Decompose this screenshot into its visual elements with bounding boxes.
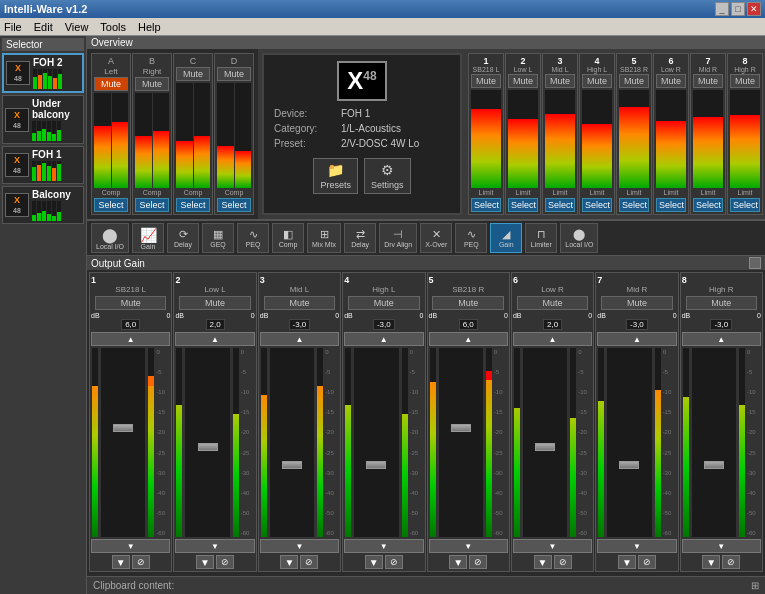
strip2-down[interactable]: ▼ bbox=[175, 539, 254, 553]
overview-ch5-mute[interactable]: Mute bbox=[619, 74, 649, 88]
strip3-up[interactable]: ▲ bbox=[260, 332, 339, 346]
func-peq2[interactable]: ∿ PEQ bbox=[455, 223, 487, 253]
overview-ch8-select[interactable]: Select bbox=[730, 198, 760, 212]
overview-ch2-mute[interactable]: Mute bbox=[508, 74, 538, 88]
strip1-up[interactable]: ▲ bbox=[91, 332, 170, 346]
settings-button[interactable]: ⚙ Settings bbox=[364, 158, 411, 194]
strip4-up[interactable]: ▲ bbox=[344, 332, 423, 346]
overview-ch4-select[interactable]: Select bbox=[582, 198, 612, 212]
presets-button[interactable]: 📁 Presets bbox=[313, 158, 358, 194]
strip3-null[interactable]: ⊘ bbox=[300, 555, 318, 569]
strip7-reset[interactable]: ▼ bbox=[618, 555, 636, 569]
strip7-fader[interactable] bbox=[619, 461, 639, 469]
selector-item-balcony[interactable]: X48 Balcony bbox=[2, 186, 84, 224]
overview-ch7-select[interactable]: Select bbox=[693, 198, 723, 212]
maximize-button[interactable]: □ bbox=[731, 2, 745, 16]
strip8-reset[interactable]: ▼ bbox=[702, 555, 720, 569]
menu-view[interactable]: View bbox=[65, 21, 89, 33]
strip5-mute[interactable]: Mute bbox=[432, 296, 503, 310]
func-local-io-2[interactable]: ⬤ Local I/O bbox=[560, 223, 598, 253]
strip6-fader[interactable] bbox=[535, 443, 555, 451]
strip7-up[interactable]: ▲ bbox=[597, 332, 676, 346]
strip1-reset[interactable]: ▼ bbox=[112, 555, 130, 569]
ch-c-select[interactable]: Select bbox=[176, 198, 210, 212]
strip4-reset[interactable]: ▼ bbox=[365, 555, 383, 569]
ch-a-mute[interactable]: Mute bbox=[94, 77, 128, 91]
menu-tools[interactable]: Tools bbox=[100, 21, 126, 33]
strip4-down[interactable]: ▼ bbox=[344, 539, 423, 553]
strip4-fader[interactable] bbox=[366, 461, 386, 469]
overview-ch3-mute[interactable]: Mute bbox=[545, 74, 575, 88]
menu-help[interactable]: Help bbox=[138, 21, 161, 33]
strip1-null[interactable]: ⊘ bbox=[132, 555, 150, 569]
strip1-down[interactable]: ▼ bbox=[91, 539, 170, 553]
overview-ch4-mute[interactable]: Mute bbox=[582, 74, 612, 88]
overview-ch8-mute[interactable]: Mute bbox=[730, 74, 760, 88]
strip2-fader[interactable] bbox=[198, 443, 218, 451]
strip6-down[interactable]: ▼ bbox=[513, 539, 592, 553]
func-xover[interactable]: ✕ X-Over bbox=[420, 223, 452, 253]
strip7-down[interactable]: ▼ bbox=[597, 539, 676, 553]
overview-ch3-select[interactable]: Select bbox=[545, 198, 575, 212]
strip7-null[interactable]: ⊘ bbox=[638, 555, 656, 569]
strip4-null[interactable]: ⊘ bbox=[385, 555, 403, 569]
strip2-mute[interactable]: Mute bbox=[179, 296, 250, 310]
strip5-null[interactable]: ⊘ bbox=[469, 555, 487, 569]
func-gain[interactable]: 📈 Gain bbox=[132, 223, 164, 253]
menu-file[interactable]: File bbox=[4, 21, 22, 33]
strip5-up[interactable]: ▲ bbox=[429, 332, 508, 346]
strip6-reset[interactable]: ▼ bbox=[534, 555, 552, 569]
func-peq1[interactable]: ∿ PEQ bbox=[237, 223, 269, 253]
strip8-fader[interactable] bbox=[704, 461, 724, 469]
overview-ch1-mute[interactable]: Mute bbox=[471, 74, 501, 88]
overview-ch1-select[interactable]: Select bbox=[471, 198, 501, 212]
strip2-reset[interactable]: ▼ bbox=[196, 555, 214, 569]
strip4-mute[interactable]: Mute bbox=[348, 296, 419, 310]
overview-ch7-mute[interactable]: Mute bbox=[693, 74, 723, 88]
strip6-null[interactable]: ⊘ bbox=[554, 555, 572, 569]
strip6-mute[interactable]: Mute bbox=[517, 296, 588, 310]
overview-ch6-mute[interactable]: Mute bbox=[656, 74, 686, 88]
selector-item-foh1[interactable]: X48 FOH 1 bbox=[2, 146, 84, 184]
strip5-fader[interactable] bbox=[451, 424, 471, 432]
strip8-down[interactable]: ▼ bbox=[682, 539, 761, 553]
strip2-up[interactable]: ▲ bbox=[175, 332, 254, 346]
minimize-button[interactable]: _ bbox=[715, 2, 729, 16]
ch-b-mute[interactable]: Mute bbox=[135, 77, 169, 91]
func-limiter[interactable]: ⊓ Limiter bbox=[525, 223, 557, 253]
ch-a-select[interactable]: Select bbox=[94, 198, 128, 212]
selector-item-under-balcony[interactable]: X48 Under balcony bbox=[2, 95, 84, 144]
func-delay[interactable]: ⟳ Delay bbox=[167, 223, 199, 253]
overview-ch6-select[interactable]: Select bbox=[656, 198, 686, 212]
func-local-io-1[interactable]: ⬤ Local I/O bbox=[91, 223, 129, 253]
strip3-down[interactable]: ▼ bbox=[260, 539, 339, 553]
strip8-null[interactable]: ⊘ bbox=[722, 555, 740, 569]
ch-b-select[interactable]: Select bbox=[135, 198, 169, 212]
strip3-fader[interactable] bbox=[282, 461, 302, 469]
strip5-down[interactable]: ▼ bbox=[429, 539, 508, 553]
func-geq[interactable]: ▦ GEQ bbox=[202, 223, 234, 253]
ch-d-select[interactable]: Select bbox=[217, 198, 251, 212]
func-delay2[interactable]: ⇄ Delay bbox=[344, 223, 376, 253]
strip5-reset[interactable]: ▼ bbox=[449, 555, 467, 569]
overview-ch2-select[interactable]: Select bbox=[508, 198, 538, 212]
strip3-mute[interactable]: Mute bbox=[264, 296, 335, 310]
strip1-mute[interactable]: Mute bbox=[95, 296, 166, 310]
panel-corner-btn[interactable] bbox=[749, 257, 761, 269]
strip8-up[interactable]: ▲ bbox=[682, 332, 761, 346]
ch-c-mute[interactable]: Mute bbox=[176, 67, 210, 81]
func-mix-mtx[interactable]: ⊞ Mix Mtx bbox=[307, 223, 341, 253]
ch-d-mute[interactable]: Mute bbox=[217, 67, 251, 81]
close-button[interactable]: ✕ bbox=[747, 2, 761, 16]
selector-item-foh2[interactable]: X48 FOH 2 bbox=[2, 53, 84, 93]
strip2-null[interactable]: ⊘ bbox=[216, 555, 234, 569]
func-gain2[interactable]: ◢ Gain bbox=[490, 223, 522, 253]
strip1-fader[interactable] bbox=[113, 424, 133, 432]
menu-edit[interactable]: Edit bbox=[34, 21, 53, 33]
func-comp[interactable]: ◧ Comp bbox=[272, 223, 304, 253]
strip6-up[interactable]: ▲ bbox=[513, 332, 592, 346]
strip7-mute[interactable]: Mute bbox=[601, 296, 672, 310]
strip3-reset[interactable]: ▼ bbox=[280, 555, 298, 569]
overview-ch5-select[interactable]: Select bbox=[619, 198, 649, 212]
strip8-mute[interactable]: Mute bbox=[686, 296, 757, 310]
